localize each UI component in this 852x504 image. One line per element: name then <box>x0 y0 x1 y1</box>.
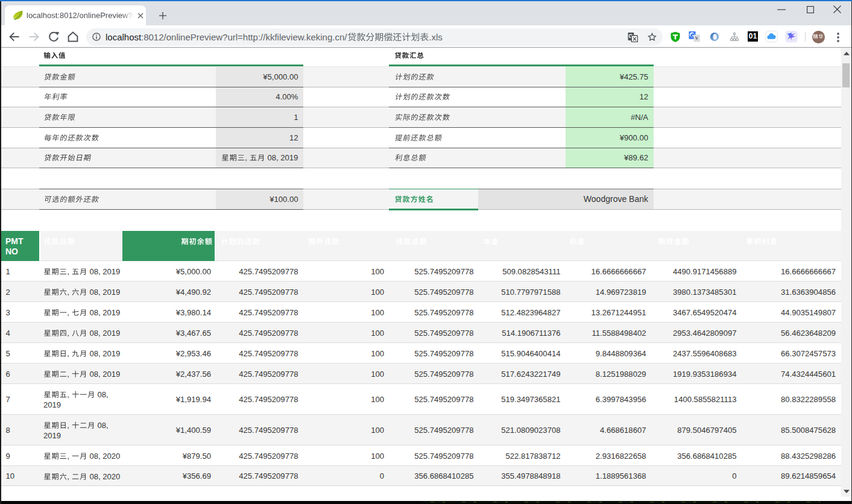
svg-text:08,: 08, <box>95 421 109 430</box>
svg-text:08, 2020: 08, 2020 <box>87 472 121 481</box>
svg-text:08, 2019: 08, 2019 <box>87 308 121 317</box>
svg-text:,: , <box>67 390 71 399</box>
svg-text:08, 2019: 08, 2019 <box>87 370 121 379</box>
svg-text:,: , <box>67 288 71 297</box>
svg-text:,: , <box>67 308 71 317</box>
svg-text:.xls: .xls <box>429 31 443 42</box>
svg-text:08, 2019: 08, 2019 <box>87 329 121 338</box>
svg-text:,: , <box>245 153 249 162</box>
svg-text:08, 2019: 08, 2019 <box>87 267 121 276</box>
svg-text:08, 2020: 08, 2020 <box>87 452 121 461</box>
svg-text:,: , <box>67 452 71 461</box>
svg-text:08, 2019: 08, 2019 <box>265 153 298 162</box>
svg-text:,: , <box>67 370 71 379</box>
svg-text:,: , <box>67 267 71 276</box>
svg-text:,: , <box>67 472 71 481</box>
svg-text:08, 2019: 08, 2019 <box>87 349 121 358</box>
svg-text::8012/onlinePreview?url=http:/: :8012/onlinePreview?url=http://kkfilevie… <box>141 31 347 42</box>
svg-text:08, 2019: 08, 2019 <box>87 288 121 297</box>
svg-text:,: , <box>67 421 71 430</box>
svg-text:,: , <box>67 349 71 358</box>
svg-text:,: , <box>67 329 71 338</box>
svg-text:08,: 08, <box>95 390 109 399</box>
